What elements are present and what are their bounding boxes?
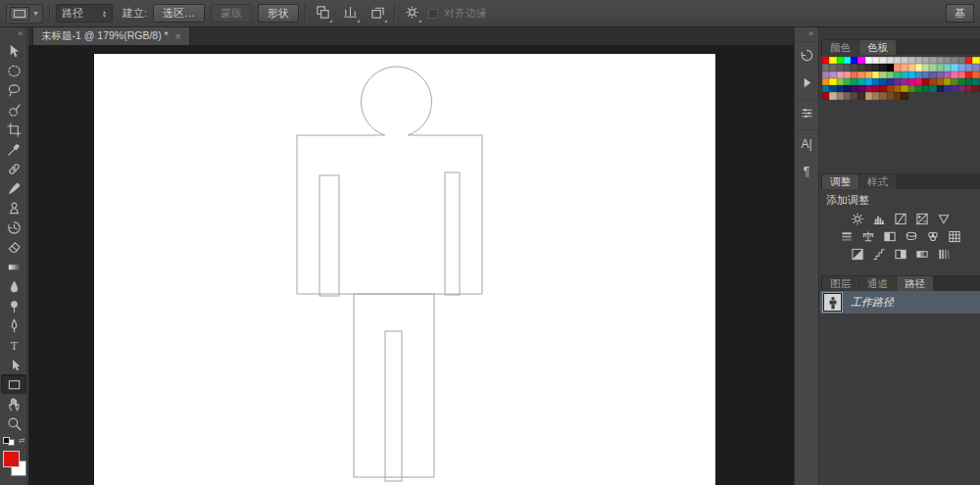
color-swatch[interactable] (837, 85, 844, 92)
color-swatch[interactable] (929, 64, 936, 71)
color-swatch[interactable] (858, 78, 864, 85)
crop-tool[interactable] (0, 120, 27, 139)
hand-tool[interactable] (0, 394, 27, 413)
posterize-adjustment-button[interactable] (871, 247, 886, 261)
color-swatch[interactable] (972, 72, 979, 78)
color-swatch[interactable] (901, 92, 907, 99)
brightness-contrast-adjustment-button[interactable] (850, 212, 864, 225)
color-swatch[interactable] (858, 92, 864, 99)
color-swatch[interactable] (851, 64, 858, 71)
tab-layers[interactable]: 图层 (822, 276, 858, 291)
blur-tool[interactable] (0, 276, 27, 296)
color-swatch[interactable] (837, 57, 844, 64)
color-swatch[interactable] (822, 78, 829, 85)
color-swatch[interactable] (879, 64, 886, 71)
color-swatch[interactable] (844, 78, 851, 85)
color-swatch[interactable] (894, 57, 901, 64)
color-swatch[interactable] (858, 57, 864, 64)
color-swatch[interactable] (901, 78, 907, 85)
exposure-adjustment-button[interactable] (914, 212, 929, 225)
tool-preset-picker[interactable]: ▼ (6, 4, 43, 24)
color-swatch[interactable] (965, 57, 972, 64)
type-tool[interactable]: T (0, 335, 27, 355)
color-swatch[interactable] (887, 64, 894, 71)
color-swatch[interactable] (844, 64, 851, 71)
color-lookup-adjustment-button[interactable] (947, 229, 961, 243)
color-swatch[interactable] (894, 78, 901, 85)
color-swatch[interactable] (872, 78, 879, 85)
color-swatch[interactable] (829, 92, 836, 99)
move-tool[interactable] (0, 41, 27, 61)
canvas[interactable] (94, 54, 715, 485)
color-swatch[interactable] (929, 85, 936, 92)
tab-channels[interactable]: 通道 (859, 276, 896, 291)
color-swatch[interactable] (951, 64, 957, 71)
tab-swatches[interactable]: 色板 (859, 40, 896, 55)
color-swatch[interactable] (887, 92, 894, 99)
color-swatch[interactable] (829, 64, 836, 71)
color-swatch[interactable] (908, 72, 915, 78)
marquee-tool[interactable] (0, 61, 27, 80)
color-swatch[interactable] (937, 85, 944, 92)
black-white-adjustment-button[interactable] (882, 229, 897, 243)
color-swatch[interactable] (872, 72, 879, 78)
workspace-switcher-button[interactable]: 基 (946, 4, 974, 23)
eyedropper-tool[interactable] (0, 139, 27, 159)
clone-stamp-tool[interactable] (0, 198, 27, 218)
color-swatch[interactable] (915, 64, 922, 71)
color-swatch[interactable] (958, 64, 965, 71)
color-swatch[interactable] (894, 92, 901, 99)
color-swatch[interactable] (879, 78, 886, 85)
color-swatch[interactable] (944, 85, 951, 92)
color-swatch[interactable] (844, 85, 851, 92)
vibrance-adjustment-button[interactable] (936, 212, 951, 225)
color-swatch[interactable] (915, 72, 922, 78)
color-swatch[interactable] (894, 85, 901, 92)
selective-color-adjustment-button[interactable] (936, 247, 951, 261)
eraser-tool[interactable] (0, 237, 27, 257)
history-brush-tool[interactable] (0, 218, 27, 237)
color-swatch[interactable] (829, 78, 836, 85)
color-swatch[interactable] (901, 85, 907, 92)
color-swatch[interactable] (972, 78, 979, 85)
color-swatch[interactable] (972, 64, 979, 71)
zoom-tool[interactable] (0, 413, 27, 433)
curves-adjustment-button[interactable] (893, 212, 907, 225)
color-swatch[interactable] (872, 64, 879, 71)
tab-adjustments[interactable]: 调整 (822, 174, 858, 189)
collapse-tools-button[interactable]: » (0, 27, 26, 41)
color-swatch[interactable] (822, 72, 829, 78)
color-swatch[interactable] (851, 92, 858, 99)
color-swatch[interactable] (922, 72, 929, 78)
color-swatch[interactable] (887, 57, 894, 64)
color-swatch[interactable] (958, 72, 965, 78)
color-swatch[interactable] (958, 85, 965, 92)
rectangle-tool[interactable] (1, 374, 26, 394)
align-edges-checkbox[interactable] (428, 9, 438, 19)
path-alignment-button[interactable] (339, 4, 361, 24)
color-swatch[interactable] (901, 64, 907, 71)
color-swatch[interactable] (844, 92, 851, 99)
foreground-color-swatch[interactable] (3, 451, 20, 467)
pen-tool[interactable] (0, 315, 27, 335)
make-shape-button[interactable]: 形状 (258, 4, 299, 23)
color-swatch[interactable] (929, 78, 936, 85)
color-swatch[interactable] (829, 57, 836, 64)
color-swatch[interactable] (894, 64, 901, 71)
default-colors-control[interactable]: ⇄ (0, 433, 26, 447)
color-swatch[interactable] (851, 85, 858, 92)
channel-mixer-adjustment-button[interactable] (925, 229, 940, 243)
color-swatch[interactable] (851, 57, 858, 64)
color-swatch[interactable] (915, 78, 922, 85)
hue-saturation-adjustment-button[interactable] (839, 229, 854, 243)
threshold-adjustment-button[interactable] (893, 247, 907, 261)
color-swatch[interactable] (908, 57, 915, 64)
close-icon[interactable]: × (175, 31, 181, 42)
color-swatch[interactable] (937, 57, 944, 64)
color-swatch[interactable] (901, 57, 907, 64)
color-swatch[interactable] (851, 78, 858, 85)
color-swatch[interactable] (851, 72, 858, 78)
color-swatch[interactable] (822, 85, 829, 92)
path-arrangement-button[interactable] (367, 4, 388, 24)
color-swatch[interactable] (951, 85, 957, 92)
